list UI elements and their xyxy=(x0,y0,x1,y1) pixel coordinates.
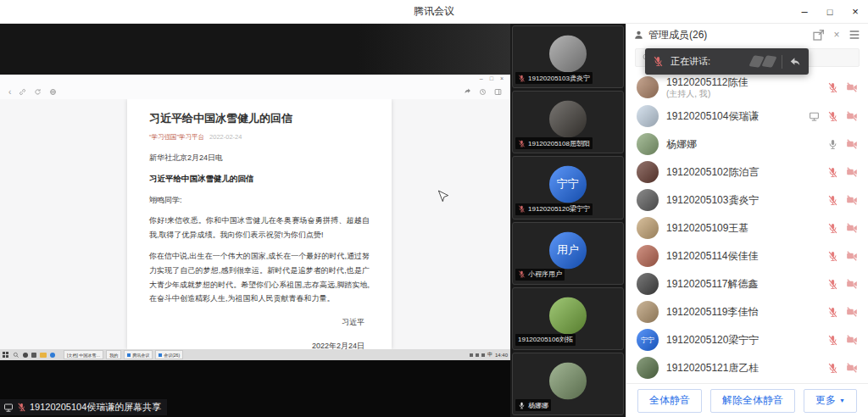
inner-maximize-icon[interactable]: □ xyxy=(490,75,493,85)
shared-screen-stage: – □ × ‹ 习近平给中国冰雪健儿的回信 xyxy=(0,24,510,417)
link-icon[interactable] xyxy=(19,88,26,96)
tray-icon[interactable] xyxy=(476,353,479,357)
members-panel: 管理成员(26) × 正在讲话: 1912020 xyxy=(626,24,868,417)
camera-off-icon[interactable] xyxy=(846,166,858,178)
more-button[interactable]: 更多▼ xyxy=(804,389,857,413)
members-panel-footer: 全体静音 解除全体静音 更多▼ xyxy=(626,383,868,417)
popout-icon[interactable] xyxy=(812,28,826,42)
camera-off-icon[interactable] xyxy=(846,138,858,150)
tile-name-badge: 19120205103龚炎宁 xyxy=(515,72,593,84)
camera-off-icon[interactable] xyxy=(846,110,858,122)
taskbar-window-button[interactable]: 我的 xyxy=(106,350,121,359)
taskbar-window-button[interactable]: [文档] 中国冰雪… xyxy=(64,350,103,359)
member-row[interactable]: 19120205117解德鑫 xyxy=(626,270,868,298)
inner-minimize-icon[interactable]: – xyxy=(480,75,483,85)
mic-muted-icon[interactable] xyxy=(827,335,838,346)
member-list: 19120205112陈佳 (主持人, 我) 19120205104侯瑞 xyxy=(626,70,868,383)
avatar xyxy=(637,76,659,98)
camera-off-icon[interactable] xyxy=(846,81,858,93)
member-row[interactable]: 19120205119李佳怡 xyxy=(626,298,868,326)
mic-muted-icon[interactable] xyxy=(827,363,838,374)
article-title: 习近平给中国冰雪健儿的回信 xyxy=(149,111,370,126)
camera-off-icon[interactable] xyxy=(846,362,858,374)
taskbar-window-button[interactable]: 腾讯会议 xyxy=(124,350,153,359)
tray-icon[interactable] xyxy=(470,353,473,357)
member-name: 19120205109王基 xyxy=(666,222,748,235)
side-panel-icon[interactable] xyxy=(494,88,502,96)
camera-off-icon[interactable] xyxy=(846,250,858,262)
camera-off-icon[interactable] xyxy=(846,278,858,290)
reply-arrow-icon[interactable] xyxy=(789,56,801,68)
video-tile[interactable]: 宁宁 19120205120梁宁宁 xyxy=(512,156,624,219)
camera-off-icon[interactable] xyxy=(846,194,858,206)
member-row[interactable]: 19120205103龚炎宁 xyxy=(626,186,868,214)
mic-muted-icon[interactable] xyxy=(827,167,838,178)
member-name: 19120205102陈泊言 xyxy=(666,166,759,179)
avatar xyxy=(637,105,659,127)
screen-share-icon xyxy=(3,403,14,413)
article-subtitle: 习近平给中国冰雪健儿的回信 xyxy=(149,174,370,185)
start-button-icon[interactable] xyxy=(3,352,9,359)
inner-close-icon[interactable]: × xyxy=(500,75,504,85)
member-name: 19120205103龚炎宁 xyxy=(666,194,759,207)
mic-muted-icon[interactable] xyxy=(827,111,838,122)
video-tile[interactable]: 19120205106刘拓 xyxy=(512,287,624,350)
member-row[interactable]: 19120205112陈佳 (主持人, 我) xyxy=(626,73,868,103)
app-title: 腾讯会议 xyxy=(0,4,868,19)
mic-muted-icon[interactable] xyxy=(827,251,838,262)
close-button[interactable]: × xyxy=(843,0,868,23)
cortana-icon[interactable] xyxy=(23,353,28,358)
video-tile[interactable]: 用户 小程序用户 xyxy=(512,222,624,285)
participant-name: 杨娜娜 xyxy=(528,401,548,410)
file-explorer-icon[interactable] xyxy=(40,353,47,358)
mic-muted-icon[interactable] xyxy=(827,82,838,93)
member-row[interactable]: 19120205114侯佳佳 xyxy=(626,242,868,270)
mic-muted-icon[interactable] xyxy=(827,195,838,206)
avatar xyxy=(637,161,659,183)
participant-name: 19120205106刘拓 xyxy=(518,335,573,344)
tray-clock[interactable]: 14:40 xyxy=(495,353,508,358)
avatar xyxy=(549,362,587,399)
unmute-all-button[interactable]: 解除全体静音 xyxy=(710,389,795,413)
maximize-button[interactable]: □ xyxy=(817,0,843,23)
avatar: 宁宁 xyxy=(549,166,587,203)
member-row[interactable]: 19120205104侯瑞谦 xyxy=(626,103,868,131)
task-view-icon[interactable] xyxy=(31,353,36,358)
members-panel-title: 管理成员(26) xyxy=(648,28,707,42)
taskbar-search-icon[interactable] xyxy=(13,352,19,359)
edge-browser-icon[interactable] xyxy=(50,353,55,358)
mute-all-button[interactable]: 全体静音 xyxy=(637,389,702,413)
tray-icon[interactable] xyxy=(481,353,485,357)
ime-indicator[interactable]: 中 xyxy=(487,351,492,359)
screen-share-icon xyxy=(809,111,820,122)
share-forward-icon[interactable] xyxy=(464,88,471,96)
camera-off-icon[interactable] xyxy=(846,222,858,234)
member-row[interactable]: 宁宁 19120205120梁宁宁 xyxy=(626,326,868,354)
member-name: 19120205114侯佳佳 xyxy=(666,250,759,263)
avatar: 用户 xyxy=(549,231,587,269)
article-meta: “学习强国”学习平台 2022-02-24 xyxy=(149,133,370,142)
video-tile[interactable]: 19120205108屈朝阳 xyxy=(512,91,624,153)
refresh-icon[interactable] xyxy=(34,88,42,96)
member-row[interactable]: 19120205109王基 xyxy=(626,214,868,242)
video-tile[interactable]: 杨娜娜 xyxy=(512,353,624,415)
mic-on-icon[interactable] xyxy=(827,139,838,150)
globe-icon[interactable] xyxy=(49,88,57,96)
camera-off-icon[interactable] xyxy=(846,306,858,318)
avatar-label: 用户 xyxy=(557,242,579,258)
panel-close-icon[interactable]: × xyxy=(830,28,843,42)
video-tile[interactable]: 19120205103龚炎宁 xyxy=(512,25,624,88)
history-icon[interactable] xyxy=(479,88,487,96)
mic-muted-icon[interactable] xyxy=(827,307,838,318)
member-row[interactable]: 杨娜娜 xyxy=(626,131,868,158)
minimize-button[interactable]: – xyxy=(792,0,817,23)
mic-muted-icon[interactable] xyxy=(827,279,838,290)
member-row[interactable]: 19120205121唐乙桂 xyxy=(626,354,868,382)
camera-off-icon[interactable] xyxy=(846,334,858,346)
taskbar-window-button[interactable]: 会议(26) xyxy=(155,350,183,359)
member-row[interactable]: 19120205102陈泊言 xyxy=(626,158,868,186)
menu-icon[interactable] xyxy=(848,28,861,42)
back-icon[interactable]: ‹ xyxy=(8,88,11,96)
avatar-label: 宁宁 xyxy=(557,177,579,192)
mic-muted-icon[interactable] xyxy=(827,223,838,234)
